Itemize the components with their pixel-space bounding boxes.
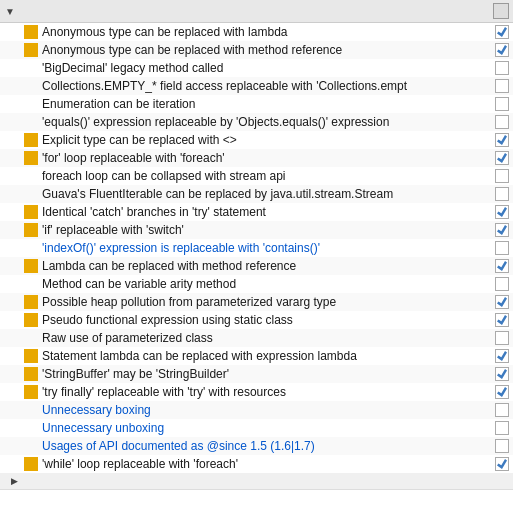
items-list: Anonymous type can be replaced with lamb… xyxy=(0,23,513,473)
item-checkbox[interactable] xyxy=(495,205,509,219)
list-item: Unnecessary unboxing xyxy=(0,419,513,437)
item-label: Collections.EMPTY_* field access replace… xyxy=(42,79,495,93)
list-item: Guava's FluentIterable can be replaced b… xyxy=(0,185,513,203)
severity-indicator xyxy=(24,385,38,399)
list-item: 'indexOf()' expression is replaceable wi… xyxy=(0,239,513,257)
item-checkbox[interactable] xyxy=(495,439,509,453)
item-label: Pseudo functional expression using stati… xyxy=(42,313,495,327)
item-label: Method can be variable arity method xyxy=(42,277,495,291)
item-label: Explicit type can be replaced with <> xyxy=(42,133,495,147)
collapse-triangle-icon: ▼ xyxy=(4,5,16,17)
item-checkbox[interactable] xyxy=(495,295,509,309)
item-checkbox[interactable] xyxy=(495,349,509,363)
item-label: 'indexOf()' expression is replaceable wi… xyxy=(42,241,495,255)
list-item: Explicit type can be replaced with <> xyxy=(0,131,513,149)
list-item: 'BigDecimal' legacy method called xyxy=(0,59,513,77)
subsection-header[interactable]: ▶ xyxy=(0,473,513,490)
list-item: Statement lambda can be replaced with ex… xyxy=(0,347,513,365)
item-label: Usages of API documented as @since 1.5 (… xyxy=(42,439,495,453)
list-item: Pseudo functional expression using stati… xyxy=(0,311,513,329)
item-label: Statement lambda can be replaced with ex… xyxy=(42,349,495,363)
list-item: Anonymous type can be replaced with lamb… xyxy=(0,23,513,41)
list-item: 'if' replaceable with 'switch' xyxy=(0,221,513,239)
list-item: Usages of API documented as @since 1.5 (… xyxy=(0,437,513,455)
list-item: Possible heap pollution from parameteriz… xyxy=(0,293,513,311)
item-label: 'BigDecimal' legacy method called xyxy=(42,61,495,75)
item-checkbox[interactable] xyxy=(495,97,509,111)
severity-indicator xyxy=(24,151,38,165)
list-item: 'StringBuffer' may be 'StringBuilder' xyxy=(0,365,513,383)
item-checkbox[interactable] xyxy=(495,115,509,129)
severity-indicator xyxy=(24,349,38,363)
item-label: 'StringBuffer' may be 'StringBuilder' xyxy=(42,367,495,381)
tree-container: ▼ Anonymous type can be replaced with la… xyxy=(0,0,513,514)
item-checkbox[interactable] xyxy=(495,457,509,471)
list-item: Collections.EMPTY_* field access replace… xyxy=(0,77,513,95)
item-checkbox[interactable] xyxy=(495,187,509,201)
severity-indicator xyxy=(24,367,38,381)
severity-indicator xyxy=(24,313,38,327)
list-item: 'equals()' expression replaceable by 'Ob… xyxy=(0,113,513,131)
severity-indicator xyxy=(24,133,38,147)
item-checkbox[interactable] xyxy=(495,403,509,417)
item-label: 'if' replaceable with 'switch' xyxy=(42,223,495,237)
list-item: Unnecessary boxing xyxy=(0,401,513,419)
collapse-button[interactable] xyxy=(493,3,509,19)
list-item: Anonymous type can be replaced with meth… xyxy=(0,41,513,59)
item-checkbox[interactable] xyxy=(495,313,509,327)
severity-indicator xyxy=(24,43,38,57)
list-item: foreach loop can be collapsed with strea… xyxy=(0,167,513,185)
item-label: Enumeration can be iteration xyxy=(42,97,495,111)
item-label: foreach loop can be collapsed with strea… xyxy=(42,169,495,183)
item-checkbox[interactable] xyxy=(495,421,509,435)
list-item: Raw use of parameterized class xyxy=(0,329,513,347)
item-checkbox[interactable] xyxy=(495,223,509,237)
severity-indicator xyxy=(24,295,38,309)
item-label: Unnecessary unboxing xyxy=(42,421,495,435)
item-label: 'for' loop replaceable with 'foreach' xyxy=(42,151,495,165)
item-checkbox[interactable] xyxy=(495,61,509,75)
item-checkbox[interactable] xyxy=(495,385,509,399)
item-label: 'while' loop replaceable with 'foreach' xyxy=(42,457,495,471)
list-item: Lambda can be replaced with method refer… xyxy=(0,257,513,275)
list-item: 'while' loop replaceable with 'foreach' xyxy=(0,455,513,473)
item-checkbox[interactable] xyxy=(495,79,509,93)
severity-indicator xyxy=(24,205,38,219)
list-item: 'for' loop replaceable with 'foreach' xyxy=(0,149,513,167)
item-label: 'try finally' replaceable with 'try' wit… xyxy=(42,385,495,399)
item-checkbox[interactable] xyxy=(495,331,509,345)
item-checkbox[interactable] xyxy=(495,133,509,147)
severity-indicator xyxy=(24,25,38,39)
item-checkbox[interactable] xyxy=(495,367,509,381)
item-label: Possible heap pollution from parameteriz… xyxy=(42,295,495,309)
item-label: Anonymous type can be replaced with meth… xyxy=(42,43,495,57)
subsection-triangle-icon: ▶ xyxy=(8,475,20,487)
list-item: Method can be variable arity method xyxy=(0,275,513,293)
item-label: Guava's FluentIterable can be replaced b… xyxy=(42,187,495,201)
severity-indicator xyxy=(24,223,38,237)
item-label: Anonymous type can be replaced with lamb… xyxy=(42,25,495,39)
list-item: Identical 'catch' branches in 'try' stat… xyxy=(0,203,513,221)
item-checkbox[interactable] xyxy=(495,25,509,39)
item-checkbox[interactable] xyxy=(495,151,509,165)
item-label: Lambda can be replaced with method refer… xyxy=(42,259,495,273)
item-checkbox[interactable] xyxy=(495,241,509,255)
severity-indicator xyxy=(24,259,38,273)
list-item: Enumeration can be iteration xyxy=(0,95,513,113)
item-label: Raw use of parameterized class xyxy=(42,331,495,345)
item-label: Unnecessary boxing xyxy=(42,403,495,417)
section-header[interactable]: ▼ xyxy=(0,0,513,23)
item-checkbox[interactable] xyxy=(495,277,509,291)
list-item: 'try finally' replaceable with 'try' wit… xyxy=(0,383,513,401)
severity-indicator xyxy=(24,457,38,471)
item-label: 'equals()' expression replaceable by 'Ob… xyxy=(42,115,495,129)
item-checkbox[interactable] xyxy=(495,43,509,57)
item-checkbox[interactable] xyxy=(495,169,509,183)
item-checkbox[interactable] xyxy=(495,259,509,273)
item-label: Identical 'catch' branches in 'try' stat… xyxy=(42,205,495,219)
